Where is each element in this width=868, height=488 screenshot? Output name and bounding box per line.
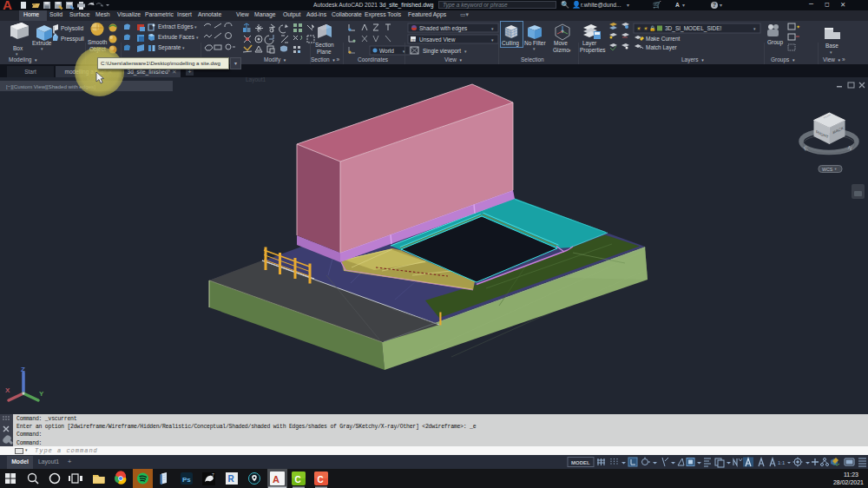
svg-text:Extrude: Extrude xyxy=(32,40,52,46)
svg-text:A: A xyxy=(273,474,279,485)
svg-text:X: X xyxy=(5,386,10,394)
svg-text:WCS: WCS xyxy=(822,167,833,172)
svg-text:3D_SI_MODEL_SIDE!: 3D_SI_MODEL_SIDE! xyxy=(665,25,722,32)
svg-text:▾: ▾ xyxy=(464,49,467,54)
svg-text:☀: ☀ xyxy=(636,26,641,31)
svg-text:Culling: Culling xyxy=(502,40,519,47)
svg-text:MODEL: MODEL xyxy=(571,460,590,465)
svg-text:Separate: Separate xyxy=(158,44,181,51)
svg-text:Base: Base xyxy=(825,43,838,49)
svg-text:Extrude Faces: Extrude Faces xyxy=(158,34,195,40)
svg-text:Layout1: Layout1 xyxy=(246,77,266,83)
svg-text:▾: ▾ xyxy=(182,45,185,50)
svg-text:Section: Section xyxy=(315,42,334,48)
svg-text:▾: ▾ xyxy=(196,35,199,40)
svg-text:▾: ▾ xyxy=(830,49,832,55)
svg-text:Unsaved View: Unsaved View xyxy=(419,36,456,43)
svg-text:☀: ☀ xyxy=(643,26,648,31)
svg-text:Smooth: Smooth xyxy=(88,39,108,45)
svg-text:Properties: Properties xyxy=(580,47,606,54)
svg-text:▾: ▾ xyxy=(41,46,43,51)
svg-text:Z: Z xyxy=(21,366,25,373)
svg-text:Make Current: Make Current xyxy=(646,36,681,42)
svg-text:C: C xyxy=(318,475,324,485)
svg-text:Polysolid: Polysolid xyxy=(61,25,83,32)
svg-text:Single viewport: Single viewport xyxy=(423,48,461,55)
svg-text:▾: ▾ xyxy=(533,46,536,51)
svg-text:No Filter: No Filter xyxy=(524,40,546,46)
svg-text:Group: Group xyxy=(767,39,783,46)
svg-text:Ps: Ps xyxy=(182,476,191,484)
svg-text:Layer: Layer xyxy=(582,40,597,47)
svg-text:▾: ▾ xyxy=(569,48,571,53)
svg-text:World: World xyxy=(379,48,394,54)
svg-text:Presspull: Presspull xyxy=(61,36,84,43)
svg-text:Match Layer: Match Layer xyxy=(646,44,678,51)
svg-text:Move: Move xyxy=(554,40,568,46)
svg-text:Shaded with edges: Shaded with edges xyxy=(419,25,468,32)
svg-text:Plane: Plane xyxy=(317,49,332,55)
svg-text:A: A xyxy=(3,0,12,10)
svg-text:Extract Edges: Extract Edges xyxy=(158,23,194,30)
svg-text:7: 7 xyxy=(212,472,214,478)
svg-text:Y: Y xyxy=(39,390,44,398)
svg-text:▾: ▾ xyxy=(194,24,197,30)
svg-text:R: R xyxy=(228,474,235,484)
svg-text:m: m xyxy=(411,37,416,43)
svg-text:Box: Box xyxy=(13,45,23,51)
svg-text:1:1: 1:1 xyxy=(778,460,786,465)
svg-text:✦: ✦ xyxy=(796,24,800,30)
svg-text:🔒: 🔒 xyxy=(649,25,656,32)
svg-text:C: C xyxy=(295,475,301,485)
svg-text:Gizmo: Gizmo xyxy=(553,47,569,53)
